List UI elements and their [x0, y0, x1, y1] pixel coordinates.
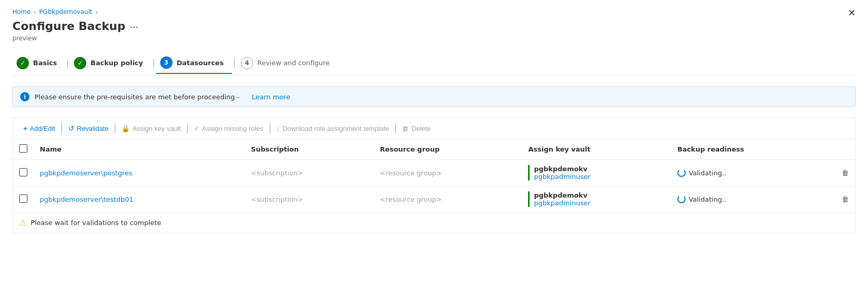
- download-icon: ↓: [276, 124, 280, 132]
- download-template-button[interactable]: ↓ Download role assignment template: [272, 122, 394, 134]
- row2-resource-group-cell: <resource group>: [374, 186, 522, 213]
- col-name: Name: [34, 139, 245, 160]
- toolbar-sep-1: [61, 123, 62, 133]
- table-row: pgbkpdemoserver\postgres <subscription> …: [13, 160, 855, 186]
- datasources-table: Name Subscription Resource group Assign …: [13, 139, 855, 212]
- page-subtitle: preview: [12, 35, 856, 42]
- table-header-row: Name Subscription Resource group Assign …: [13, 139, 855, 160]
- wizard-steps: ✓ Basics ✓ Backup policy 3 Datasources 4…: [12, 52, 856, 76]
- row2-delete-icon[interactable]: 🗑: [842, 195, 849, 203]
- col-backup-readiness: Backup readiness: [671, 139, 829, 160]
- row1-subscription: <subscription>: [251, 169, 303, 177]
- row1-keyvault-name: pgbkpdemokv: [534, 165, 664, 173]
- warning-icon: ⚠: [19, 218, 26, 228]
- plus-icon: +: [23, 125, 27, 132]
- step-review[interactable]: 4 Review and configure: [237, 53, 338, 73]
- breadcrumb-sep-1: ›: [34, 9, 36, 16]
- revalidate-label: Revalidate: [77, 125, 109, 132]
- step-backup-policy[interactable]: ✓ Backup policy: [70, 53, 151, 73]
- warning-footer: ⚠ Please wait for validations to complet…: [13, 212, 855, 233]
- step-datasources-circle: 3: [160, 56, 173, 69]
- row1-delete-icon[interactable]: 🗑: [842, 169, 849, 177]
- row2-validating: Validating..: [677, 195, 823, 203]
- delete-button[interactable]: 🗑 Delete: [398, 123, 435, 134]
- row2-validating-text: Validating..: [689, 196, 726, 203]
- info-banner: i Please ensure the pre-requisites are m…: [12, 86, 856, 107]
- checkmark-icon: ✓: [194, 125, 199, 132]
- page-header: Configure Backup ···: [12, 20, 856, 33]
- row1-resource-group-cell: <resource group>: [374, 160, 522, 186]
- assign-missing-roles-button[interactable]: ✓ Assign missing roles: [190, 123, 268, 134]
- col-subscription: Subscription: [245, 139, 374, 160]
- row1-checkbox-cell: [13, 160, 34, 186]
- step-divider-2: [153, 59, 154, 67]
- table-container: + Add/Edit ↺ Revalidate 🔒 Assign key vau…: [12, 117, 856, 233]
- step-datasources[interactable]: 3 Datasources: [156, 52, 232, 74]
- row2-backup-readiness-cell: Validating..: [671, 186, 829, 213]
- close-button[interactable]: ✕: [848, 8, 856, 18]
- row2-resource-group: <resource group>: [380, 196, 442, 203]
- row1-actions-cell: 🗑: [829, 160, 855, 186]
- row1-name-cell: pgbkpdemoserver\postgres: [34, 160, 245, 186]
- toolbar-sep-2: [115, 123, 115, 133]
- row1-spinner: [677, 169, 686, 177]
- delete-label: Delete: [411, 125, 431, 132]
- row2-name[interactable]: pgbkpdemoserver\testdb01: [40, 196, 133, 203]
- row2-checkbox-cell: [13, 186, 34, 213]
- download-template-label: Download role assignment template: [283, 125, 390, 132]
- row2-keyvault-cell: pgbkpdemokv pgbkpadminuser: [522, 186, 671, 213]
- row1-validating-text: Validating..: [689, 169, 726, 177]
- delete-icon: 🗑: [402, 125, 409, 132]
- assign-keyvault-button[interactable]: 🔒 Assign key vault: [117, 123, 185, 134]
- row1-validating: Validating..: [677, 169, 823, 177]
- row2-spinner: [677, 195, 686, 203]
- row1-subscription-cell: <subscription>: [245, 160, 374, 186]
- step-divider-1: [67, 59, 68, 67]
- row1-backup-readiness-cell: Validating..: [671, 160, 829, 186]
- row1-resource-group: <resource group>: [380, 169, 442, 177]
- learn-more-link[interactable]: Learn more: [252, 93, 290, 101]
- row1-keyvault-container: pgbkpdemokv pgbkpadminuser: [528, 165, 664, 181]
- toolbar-sep-5: [395, 123, 396, 133]
- row1-name[interactable]: pgbkpdemoserver\postgres: [40, 169, 132, 177]
- step-basics-label: Basics: [33, 59, 57, 67]
- step-divider-3: [234, 59, 235, 67]
- assign-missing-roles-label: Assign missing roles: [202, 125, 264, 132]
- row1-keyvault-user[interactable]: pgbkpadminuser: [534, 173, 664, 181]
- row2-keyvault-name: pgbkpdemokv: [534, 191, 664, 199]
- ellipsis-icon[interactable]: ···: [130, 22, 138, 33]
- toolbar: + Add/Edit ↺ Revalidate 🔒 Assign key vau…: [13, 118, 855, 139]
- row2-checkbox[interactable]: [19, 194, 27, 203]
- step-review-label: Review and configure: [257, 59, 330, 67]
- row2-actions-cell: 🗑: [829, 186, 855, 213]
- step-review-circle: 4: [241, 57, 253, 69]
- table-row: pgbkpdemoserver\testdb01 <subscription> …: [13, 186, 855, 213]
- select-all-checkbox[interactable]: [19, 144, 27, 153]
- col-actions: [829, 139, 855, 160]
- assign-keyvault-label: Assign key vault: [132, 125, 181, 132]
- revalidate-icon: ↺: [68, 124, 74, 132]
- info-banner-text: Please ensure the pre-requisites are met…: [35, 93, 239, 101]
- breadcrumb-home[interactable]: Home: [12, 8, 30, 16]
- toolbar-sep-3: [187, 123, 188, 133]
- step-backup-policy-label: Backup policy: [90, 59, 143, 67]
- revalidate-button[interactable]: ↺ Revalidate: [64, 122, 113, 134]
- step-datasources-label: Datasources: [177, 59, 224, 67]
- row2-keyvault-user[interactable]: pgbkpadminuser: [534, 199, 664, 207]
- breadcrumb-sep-2: ›: [96, 9, 98, 16]
- page-title: Configure Backup: [12, 20, 126, 33]
- add-edit-button[interactable]: + Add/Edit: [19, 123, 59, 134]
- breadcrumb-vault[interactable]: PGbkpdemovault: [39, 8, 92, 16]
- col-assign-keyvault: Assign key vault: [522, 139, 671, 160]
- page-container: ✕ Home › PGbkpdemovault › Configure Back…: [0, 0, 868, 242]
- row1-checkbox[interactable]: [19, 168, 27, 176]
- lock-icon: 🔒: [121, 125, 130, 132]
- row1-keyvault-cell: pgbkpdemokv pgbkpadminuser: [522, 160, 671, 186]
- step-basics-circle: ✓: [17, 57, 29, 69]
- row2-subscription-cell: <subscription>: [245, 186, 374, 213]
- warning-text: Please wait for validations to complete: [30, 219, 161, 227]
- step-basics[interactable]: ✓ Basics: [12, 53, 65, 73]
- col-resource-group: Resource group: [374, 139, 522, 160]
- row2-keyvault-container: pgbkpdemokv pgbkpadminuser: [528, 191, 664, 207]
- row2-name-cell: pgbkpdemoserver\testdb01: [34, 186, 245, 213]
